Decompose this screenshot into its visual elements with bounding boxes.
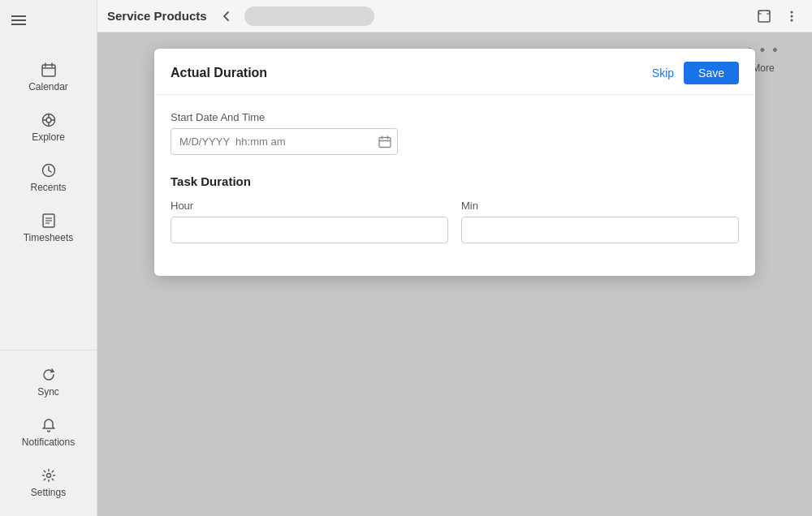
sidebar-item-calendar[interactable]: Calendar: [0, 52, 97, 102]
svg-rect-0: [42, 65, 55, 76]
save-button[interactable]: Save: [684, 62, 739, 84]
modal: Actual Duration Skip Save Start Date And…: [154, 49, 755, 276]
content-area: • • • More Actual Duration Skip Save Sta…: [97, 32, 812, 516]
notifications-icon: [41, 417, 57, 433]
sidebar-item-settings-label: Settings: [31, 487, 66, 498]
main-area: Service Products: [97, 0, 812, 516]
breadcrumb-bar: [215, 6, 745, 26]
skip-button[interactable]: Skip: [652, 67, 674, 80]
modal-body: Start Date And Time Task Durat: [154, 95, 755, 276]
sidebar-item-sync-label: Sync: [37, 386, 59, 398]
page-title: Service Products: [107, 9, 207, 23]
sidebar: Calendar Explore: [0, 0, 97, 516]
recents-icon: [41, 162, 57, 178]
min-input[interactable]: [461, 217, 739, 243]
sidebar-item-calendar-label: Calendar: [28, 81, 68, 92]
modal-title: Actual Duration: [171, 66, 267, 80]
calendar-icon: [41, 62, 57, 78]
expand-button[interactable]: [754, 6, 775, 27]
svg-point-15: [46, 474, 50, 478]
duration-fields: Hour Min: [171, 200, 739, 243]
sidebar-item-explore[interactable]: Explore: [0, 102, 97, 153]
breadcrumb-pill: [244, 6, 374, 26]
sidebar-item-notifications-label: Notifications: [22, 436, 75, 448]
hour-field: Hour: [171, 200, 448, 243]
date-input-wrapper: [171, 128, 398, 155]
svg-point-17: [791, 11, 793, 13]
hamburger-icon[interactable]: [8, 10, 29, 31]
sidebar-item-recents-label: Recents: [30, 182, 66, 193]
back-button[interactable]: [215, 8, 238, 24]
timesheets-icon: [41, 213, 57, 229]
svg-point-19: [791, 19, 793, 21]
hour-input[interactable]: [171, 217, 448, 243]
top-bar-actions: [754, 6, 802, 27]
svg-point-18: [791, 15, 793, 17]
hour-label: Hour: [171, 200, 448, 212]
sidebar-item-recents[interactable]: Recents: [0, 153, 97, 203]
explore-icon: [41, 112, 57, 128]
sidebar-item-timesheets[interactable]: Timesheets: [0, 203, 97, 253]
modal-overlay: Actual Duration Skip Save Start Date And…: [97, 32, 812, 516]
modal-actions: Skip Save: [652, 62, 739, 84]
sidebar-item-notifications[interactable]: Notifications: [0, 407, 97, 458]
start-date-input[interactable]: [171, 128, 398, 155]
settings-icon: [41, 467, 57, 484]
top-bar: Service Products: [97, 0, 812, 32]
min-label: Min: [461, 200, 739, 212]
min-field: Min: [461, 200, 739, 243]
sidebar-item-settings[interactable]: Settings: [0, 458, 97, 508]
modal-header: Actual Duration Skip Save: [154, 49, 755, 95]
task-duration-title: Task Duration: [171, 174, 739, 188]
sync-icon: [41, 367, 57, 383]
sidebar-bottom: Sync Notifications Settings: [0, 350, 97, 516]
sidebar-item-explore-label: Explore: [32, 131, 65, 143]
sidebar-top: [0, 0, 97, 44]
start-date-label: Start Date And Time: [171, 111, 739, 123]
sidebar-item-sync[interactable]: Sync: [0, 357, 97, 407]
svg-rect-16: [758, 11, 770, 22]
sidebar-item-timesheets-label: Timesheets: [24, 232, 74, 243]
more-options-button[interactable]: [781, 6, 802, 27]
svg-point-5: [46, 118, 51, 123]
sidebar-nav: Calendar Explore: [0, 44, 97, 350]
